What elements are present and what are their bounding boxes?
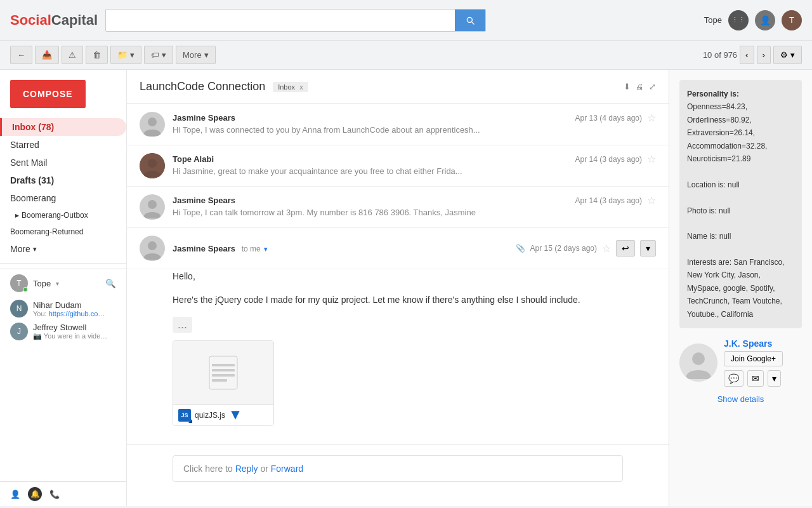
sidebar-item-boomerang-returned-label: Boomerang-Returned bbox=[10, 227, 83, 236]
spam-icon: ⚠ bbox=[69, 50, 76, 60]
svg-point-7 bbox=[148, 241, 157, 250]
email-date-1: Apr 13 (4 days ago) bbox=[575, 114, 642, 123]
svg-rect-8 bbox=[209, 356, 237, 389]
people-user-selector[interactable]: T Tope ▾ bbox=[10, 274, 59, 292]
people-search-button[interactable]: 🔍 bbox=[105, 279, 116, 288]
email-row[interactable]: Jasmine Spears Apr 13 (4 days ago) ☆ Hi … bbox=[127, 104, 669, 145]
spam-button[interactable]: ⚠ bbox=[62, 46, 83, 64]
name-info: Name is: null bbox=[687, 232, 731, 241]
expand-icon[interactable]: ⤢ bbox=[649, 82, 656, 91]
thread-badge-label: Inbox bbox=[278, 83, 295, 91]
tag-button[interactable]: 🏷 ▾ bbox=[144, 46, 173, 64]
tope-avatar bbox=[140, 153, 165, 178]
star-button-1[interactable]: ☆ bbox=[647, 112, 656, 124]
email-row-expanded: Jasmine Spears to me ▾ 📎 Apr 15 (2 days … bbox=[127, 228, 669, 269]
svg-marker-13 bbox=[231, 411, 239, 419]
thread-header: LaunchCode Connection Inbox x ⬇ 🖨 ⤢ bbox=[127, 70, 669, 104]
contact-card-name[interactable]: J.K. Spears bbox=[724, 338, 783, 349]
right-panel: Personality is: Openness=84.23, Orderlin… bbox=[669, 70, 812, 506]
search-input[interactable] bbox=[106, 10, 455, 30]
svg-point-1 bbox=[148, 117, 157, 126]
folder-button[interactable]: 📁 ▾ bbox=[110, 46, 141, 64]
archive-button[interactable]: 📥 bbox=[35, 46, 59, 64]
phone-bottom-icon[interactable]: 📞 bbox=[49, 490, 60, 499]
search-button[interactable] bbox=[455, 10, 485, 31]
sender-name-3: Jasmine Spears bbox=[173, 196, 235, 205]
attachment-footer: JS quizJS.js bbox=[173, 404, 273, 425]
sidebar-item-starred-label: Starred bbox=[10, 140, 39, 150]
sidebar-item-sent[interactable]: Sent Mail bbox=[0, 154, 126, 171]
user-avatar[interactable]: T bbox=[782, 10, 802, 30]
prev-page-button[interactable]: ‹ bbox=[740, 46, 754, 64]
sidebar-item-more-label: More bbox=[10, 244, 30, 254]
sender-name-2: Tope Alabi bbox=[173, 154, 214, 164]
join-google-button[interactable]: Join Google+ bbox=[724, 351, 783, 366]
online-status-dot bbox=[23, 287, 28, 292]
next-page-button[interactable]: › bbox=[757, 46, 771, 64]
more-arrow-icon: ▾ bbox=[204, 50, 209, 60]
nihar-info: Nihar Dudam You: https://github.com/K... bbox=[33, 300, 109, 318]
sidebar-item-boomerang-returned[interactable]: Boomerang-Returned bbox=[0, 224, 126, 240]
star-button-4[interactable]: ☆ bbox=[602, 243, 611, 255]
jasmine-avatar-2 bbox=[140, 194, 165, 220]
sidebar-item-more[interactable]: More ▾ bbox=[0, 240, 126, 258]
contact-avatar-image bbox=[679, 344, 717, 382]
email-body-hello: Hello, bbox=[173, 269, 656, 283]
people-user-avatar: T bbox=[10, 274, 28, 292]
contact-chat-button[interactable]: 💬 bbox=[724, 370, 743, 387]
reply-link[interactable]: Reply bbox=[235, 464, 258, 474]
more-button[interactable]: More ▾ bbox=[176, 46, 216, 64]
print-icon[interactable]: 🖨 bbox=[636, 82, 644, 91]
notifications-bottom-icon[interactable]: 🔔 bbox=[28, 487, 42, 501]
contacts-bottom-icon[interactable]: 👤 bbox=[10, 490, 20, 499]
email-ellipsis-button[interactable]: ... bbox=[173, 317, 192, 333]
reply-button-inline[interactable]: ↩ bbox=[616, 240, 635, 257]
thread-title: LaunchCode Connection bbox=[140, 80, 265, 93]
settings-icon: ⚙ bbox=[780, 50, 788, 60]
file-preview-icon bbox=[208, 355, 239, 391]
forward-link[interactable]: Forward bbox=[271, 464, 303, 474]
email-row[interactable]: Tope Alabi Apr 14 (3 days ago) ☆ Hi Jasm… bbox=[127, 145, 669, 187]
settings-button[interactable]: ⚙ ▾ bbox=[773, 46, 802, 64]
nihar-link[interactable]: https://github.com/K... bbox=[49, 310, 109, 318]
contact-card-avatar bbox=[679, 344, 717, 382]
email-meta-3: Apr 14 (3 days ago) ☆ bbox=[575, 194, 656, 206]
contact-more-button[interactable]: ▾ bbox=[768, 370, 781, 387]
personality-accommodation: Accommodation=32.28, bbox=[687, 142, 767, 150]
thread-badge-close[interactable]: x bbox=[299, 83, 303, 91]
account-icon-button[interactable]: 👤 bbox=[755, 10, 775, 30]
sidebar-item-starred[interactable]: Starred bbox=[0, 136, 126, 154]
compose-button[interactable]: COMPOSE bbox=[10, 80, 86, 108]
folder-icon: 📁 bbox=[117, 50, 128, 60]
sidebar-item-drafts[interactable]: Drafts (31) bbox=[0, 171, 126, 189]
more-options-button[interactable]: ▾ bbox=[640, 240, 656, 257]
main-layout: COMPOSE Inbox (78) Starred Sent Mail Dra… bbox=[0, 70, 812, 506]
star-button-2[interactable]: ☆ bbox=[647, 153, 656, 165]
jeffrey-info: Jeffrey Stowell 📷 You were in a video c.… bbox=[33, 323, 109, 340]
attachment-box[interactable]: JS quizJS.js bbox=[173, 340, 274, 426]
sidebar: COMPOSE Inbox (78) Starred Sent Mail Dra… bbox=[0, 70, 127, 506]
reply-bar[interactable]: Click here to Reply or Forward bbox=[173, 455, 623, 482]
email-row[interactable]: Jasmine Spears Apr 14 (3 days ago) ☆ Hi … bbox=[127, 187, 669, 228]
list-item[interactable]: N Nihar Dudam You: https://github.com/K.… bbox=[10, 297, 116, 320]
delete-button[interactable]: 🗑 bbox=[86, 46, 108, 64]
sidebar-item-boomerang-outbox[interactable]: ▸ Boomerang-Outbox bbox=[0, 207, 126, 224]
more-label: More bbox=[183, 50, 202, 60]
list-item[interactable]: J Jeffrey Stowell 📷 You were in a video … bbox=[10, 320, 116, 343]
contact-email-button[interactable]: ✉ bbox=[747, 370, 764, 387]
interests-info: Interests are: San Francisco, New York C… bbox=[687, 258, 784, 319]
reply-bar-text: Click here to bbox=[183, 464, 235, 474]
sidebar-item-sent-label: Sent Mail bbox=[10, 157, 47, 168]
download-icon[interactable]: ⬇ bbox=[624, 82, 631, 91]
sidebar-item-boomerang[interactable]: Boomerang bbox=[0, 189, 126, 207]
apps-grid-button[interactable]: ⋮⋮ bbox=[728, 10, 749, 30]
sidebar-item-inbox[interactable]: Inbox (78) bbox=[0, 118, 126, 136]
personality-orderliness: Orderliness=80.92, bbox=[687, 116, 752, 124]
to-dropdown-button[interactable]: ▾ bbox=[264, 245, 268, 253]
show-details-link[interactable]: Show details bbox=[717, 394, 764, 404]
back-button[interactable]: ← bbox=[10, 46, 32, 64]
star-button-3[interactable]: ☆ bbox=[647, 194, 656, 206]
sidebar-item-drafts-label: Drafts (31) bbox=[10, 175, 54, 185]
email-preview-1: Hi Tope, I was connected to you by Anna … bbox=[173, 125, 656, 135]
expanded-email-meta: 📎 Apr 15 (2 days ago) ☆ ↩ ▾ bbox=[516, 240, 656, 257]
